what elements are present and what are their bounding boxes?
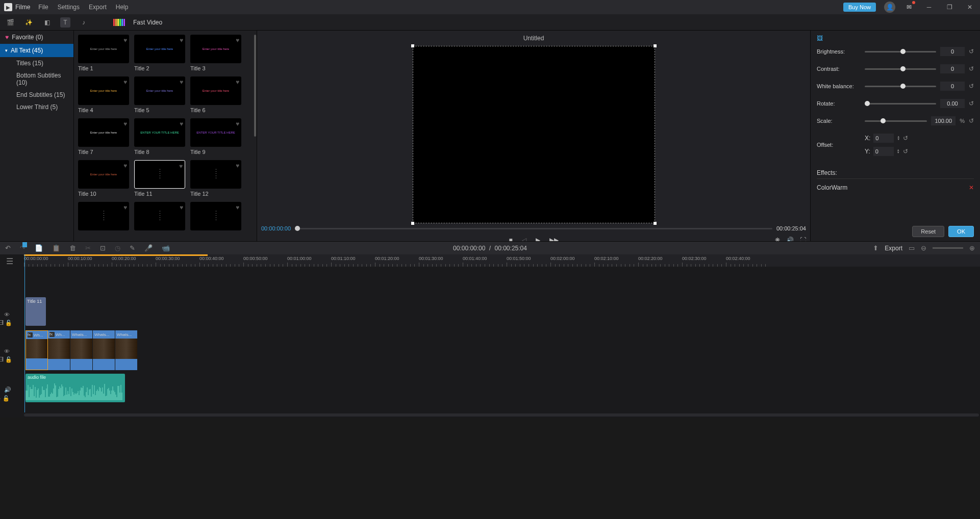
template-thumb[interactable]: ♥Enter your title here [134, 35, 185, 63]
reset-icon[interactable]: ↺ [969, 100, 974, 107]
template-thumb[interactable]: ♥Enter your title here [190, 76, 241, 105]
favorite-heart-icon[interactable]: ♥ [236, 79, 239, 86]
template-thumb[interactable]: ♥Enter your title here [78, 76, 129, 105]
template-thumb[interactable]: ♥····· [134, 202, 185, 230]
user-icon[interactable]: 👤 [884, 2, 895, 13]
speed-icon[interactable]: ◷ [115, 244, 120, 252]
favorite-heart-icon[interactable]: ♥ [236, 120, 239, 127]
music-icon[interactable]: ♪ 🔓 [0, 395, 11, 402]
resize-handle[interactable] [654, 44, 657, 47]
zoom-in-icon[interactable]: ⊕ [969, 244, 975, 252]
title-clip[interactable]: Title 11 [26, 297, 46, 326]
favorite-heart-icon[interactable]: ♥ [180, 120, 183, 127]
brightness-slider[interactable] [865, 51, 936, 53]
brightness-input[interactable] [940, 47, 965, 56]
fast-video-icon[interactable] [113, 19, 125, 26]
crop-icon[interactable]: ⊡ [100, 244, 106, 252]
white-balance-slider[interactable] [865, 86, 936, 87]
film-icon[interactable]: 🎞 🔓 [0, 356, 12, 363]
template-thumb[interactable]: ♥····· [134, 160, 185, 189]
fast-video-label[interactable]: Fast Video [133, 19, 162, 26]
reset-icon[interactable]: ↺ [969, 48, 974, 55]
audio-clip[interactable]: audio file [26, 374, 125, 402]
eye-icon[interactable]: 👁 [4, 348, 12, 354]
resize-handle[interactable] [411, 222, 414, 225]
template-thumb[interactable]: ♥Enter your title here [78, 160, 129, 189]
contrast-input[interactable] [940, 64, 965, 73]
music-icon[interactable]: ♪ [79, 17, 89, 28]
fit-icon[interactable]: ▭ [909, 244, 915, 252]
voiceover-icon[interactable]: 🎤 [144, 244, 153, 252]
ok-button[interactable]: OK [948, 226, 974, 237]
record-icon[interactable]: 📹 [162, 244, 170, 252]
preview-seek-track[interactable] [295, 228, 772, 229]
copy-icon[interactable]: 📄 [35, 244, 43, 252]
work-area-bar[interactable] [24, 254, 208, 256]
timeline-ruler[interactable]: 00:00:00:0000:00:10:0000:00:20:0000:00:3… [24, 254, 980, 267]
filters-icon[interactable]: ◧ [42, 17, 52, 28]
reset-button[interactable]: Reset [912, 226, 944, 237]
spinner-icon[interactable]: ▲▼ [897, 149, 900, 154]
template-thumb[interactable]: ♥Enter your title here [78, 118, 129, 147]
favorite-heart-icon[interactable]: ♥ [123, 79, 127, 86]
close-icon[interactable]: ✕ [964, 4, 976, 11]
favorite-heart-icon[interactable]: ♥ [236, 204, 239, 211]
reset-icon[interactable]: ↺ [903, 148, 908, 155]
edit-icon[interactable]: ✎ [130, 244, 135, 252]
reset-icon[interactable]: ↺ [903, 135, 908, 142]
zoom-slider[interactable] [933, 247, 963, 249]
templates-scrollbar[interactable] [254, 35, 256, 137]
film-icon[interactable]: 🎞 🔓 [0, 320, 12, 326]
buy-now-button[interactable]: Buy Now [843, 3, 876, 12]
template-thumb[interactable]: ♥Enter your title here [190, 35, 241, 63]
rotate-input[interactable] [940, 99, 965, 108]
export-label[interactable]: Export [885, 245, 902, 252]
template-thumb[interactable]: ♥Enter your title here [78, 35, 129, 63]
favorite-heart-icon[interactable]: ♥ [123, 162, 127, 169]
image-properties-icon[interactable]: 🖼 [817, 35, 974, 42]
zoom-out-icon[interactable]: ⊖ [921, 244, 926, 252]
white-balance-input[interactable] [940, 82, 965, 91]
favorite-heart-icon[interactable]: ♥ [123, 120, 127, 127]
favorite-heart-icon[interactable]: ♥ [180, 204, 183, 211]
maximize-icon[interactable]: ❐ [943, 4, 956, 11]
text-icon[interactable]: T [60, 17, 70, 28]
reset-icon[interactable]: ↺ [969, 83, 974, 90]
favorite-heart-icon[interactable]: ♥ [236, 162, 239, 169]
sidebar-all-text[interactable]: ▾ All Text (45) [0, 44, 73, 57]
template-thumb[interactable]: ♥ENTER YOUR TITLE HERE [134, 118, 185, 147]
reset-icon[interactable]: ↺ [969, 117, 974, 124]
offset-x-input[interactable] [873, 134, 894, 143]
sidebar-titles[interactable]: Titles (15) [0, 57, 73, 69]
delete-icon[interactable]: 🗑 [69, 244, 76, 252]
preview-seek-head[interactable] [295, 226, 300, 231]
undo-icon[interactable]: ↶ [5, 244, 11, 252]
favorite-heart-icon[interactable]: ♥ [236, 37, 239, 44]
video-clip[interactable]: Whats... [115, 330, 138, 370]
menu-file[interactable]: File [38, 4, 48, 11]
speaker-icon[interactable]: 🔊 [4, 386, 11, 393]
favorite-heart-icon[interactable]: ♥ [123, 37, 127, 44]
effects-icon[interactable]: ✨ [23, 17, 34, 28]
media-icon[interactable]: 🎬 [5, 17, 15, 28]
sidebar-end-subtitles[interactable]: End Subtitles (15) [0, 89, 73, 101]
favorite-heart-icon[interactable]: ♥ [180, 37, 183, 44]
template-thumb[interactable]: ♥ENTER YOUR TITLE HERE [190, 118, 241, 147]
sidebar-lower-third[interactable]: Lower Third (5) [0, 101, 73, 113]
template-thumb[interactable]: ♥····· [190, 202, 241, 230]
paste-icon[interactable]: 📋 [52, 244, 60, 252]
preview-frame[interactable] [413, 46, 655, 223]
video-clip[interactable]: fxWh... [26, 330, 48, 370]
rotate-slider[interactable] [865, 103, 936, 105]
video-clip[interactable]: Whats... [70, 330, 93, 370]
favorite-heart-icon[interactable]: ♥ [179, 163, 183, 170]
contrast-slider[interactable] [865, 68, 936, 70]
resize-handle[interactable] [411, 44, 414, 47]
template-thumb[interactable]: ♥····· [190, 160, 241, 189]
menu-export[interactable]: Export [89, 4, 107, 11]
video-clip[interactable]: fxWh... [48, 330, 70, 370]
split-icon[interactable]: ✂ [85, 244, 91, 252]
export-icon[interactable]: ⬆ [873, 244, 878, 252]
minimize-icon[interactable]: ─ [923, 4, 935, 11]
template-thumb[interactable]: ♥Enter your title here [134, 76, 185, 105]
